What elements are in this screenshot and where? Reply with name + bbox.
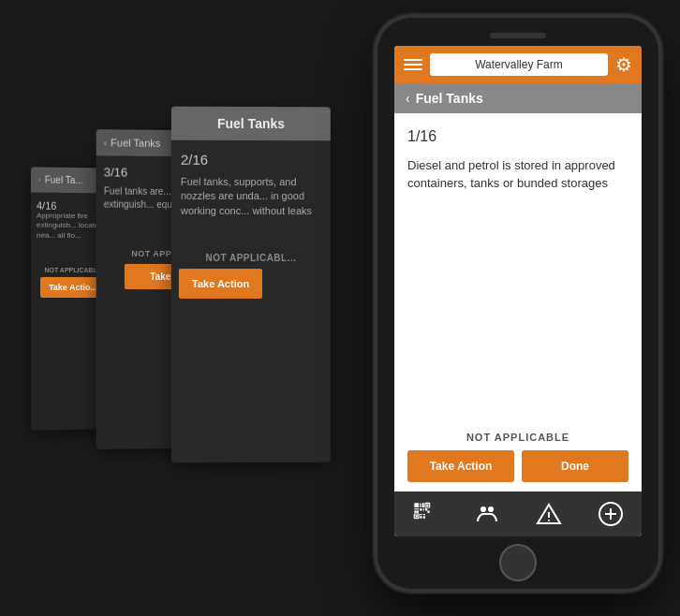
back-button[interactable]: ‹ xyxy=(406,91,410,106)
card-3-count: 2/16 xyxy=(181,152,321,168)
action-area: NOT APPLICABLE Take Action Done xyxy=(394,422,642,491)
svg-rect-14 xyxy=(423,517,425,519)
section-title: Fuel Tanks xyxy=(416,91,483,106)
done-button[interactable]: Done xyxy=(522,450,628,482)
svg-rect-17 xyxy=(425,509,427,511)
svg-rect-5 xyxy=(422,504,424,506)
bottom-nav xyxy=(394,491,642,536)
svg-rect-12 xyxy=(423,514,425,515)
svg-rect-3 xyxy=(417,511,419,513)
warning-icon[interactable] xyxy=(536,501,562,527)
qr-icon[interactable] xyxy=(412,501,438,527)
menu-button[interactable] xyxy=(404,59,422,70)
card-3-take-action[interactable]: Take Action xyxy=(179,269,262,299)
svg-rect-6 xyxy=(422,506,424,507)
svg-rect-1 xyxy=(414,509,419,510)
not-applicable-label: NOT APPLICABLE xyxy=(407,432,628,443)
svg-point-19 xyxy=(480,506,486,512)
question-count: 1/16 xyxy=(407,128,628,145)
svg-rect-2 xyxy=(414,511,416,513)
location-text: Watervalley Farm xyxy=(475,58,563,71)
action-buttons: Take Action Done xyxy=(407,450,628,482)
app-header: Watervalley Farm ⚙ xyxy=(394,46,642,83)
svg-rect-13 xyxy=(420,517,421,519)
card-3-header: Fuel Tanks xyxy=(171,107,331,141)
card-1-title: Fuel Ta... xyxy=(45,175,83,186)
svg-rect-16 xyxy=(426,505,428,506)
svg-rect-0 xyxy=(414,504,419,508)
svg-rect-10 xyxy=(416,516,418,518)
add-icon[interactable] xyxy=(598,501,624,527)
question-text: Diesel and petrol is stored in approved … xyxy=(407,156,628,407)
home-button[interactable] xyxy=(499,544,537,581)
svg-rect-18 xyxy=(427,511,429,513)
phone-frame: Watervalley Farm ⚙ ‹ Fuel Tanks 1/16 Die… xyxy=(377,18,658,589)
settings-icon[interactable]: ⚙ xyxy=(615,53,632,76)
people-icon[interactable] xyxy=(474,501,500,527)
app-content: 1/16 Diesel and petrol is stored in appr… xyxy=(394,113,642,422)
card-3-not-applicable: NOT APPLICABL... xyxy=(171,229,331,269)
svg-point-23 xyxy=(548,520,550,521)
svg-rect-7 xyxy=(420,509,421,511)
phone-speaker xyxy=(490,33,546,38)
card-3-title: Fuel Tanks xyxy=(217,116,285,131)
svg-rect-11 xyxy=(420,514,421,515)
app-subheader: ‹ Fuel Tanks xyxy=(394,83,642,113)
background-card-3: Fuel Tanks 2/16 Fuel tanks, supports, an… xyxy=(171,107,331,463)
take-action-button[interactable]: Take Action xyxy=(407,450,514,482)
card-2-title: Fuel Tanks xyxy=(111,137,160,149)
svg-point-20 xyxy=(488,506,494,512)
svg-rect-8 xyxy=(423,509,424,511)
phone-screen: Watervalley Farm ⚙ ‹ Fuel Tanks 1/16 Die… xyxy=(394,46,642,536)
location-bar[interactable]: Watervalley Farm xyxy=(430,53,608,76)
svg-rect-4 xyxy=(420,504,421,508)
card-3-desc: Fuel tanks, supports, and nozzles are un… xyxy=(181,175,321,218)
